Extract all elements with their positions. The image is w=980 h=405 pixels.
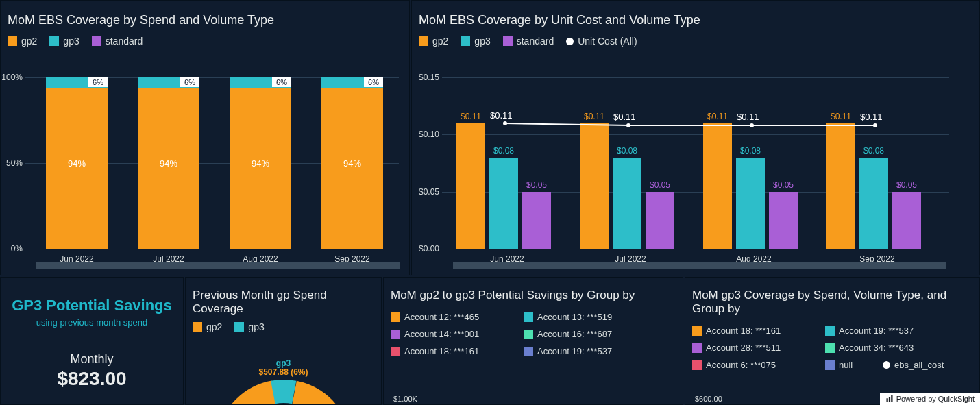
chart-title: Previous Month gp Spend Coverage — [186, 278, 381, 321]
y-axis: 100% 50% 0% — [1, 77, 25, 249]
horizontal-scrollbar[interactable] — [453, 262, 946, 269]
svg-rect-7 — [889, 397, 890, 402]
svg-rect-8 — [891, 395, 892, 402]
legend-item[interactable]: Account 12: ***465 — [391, 312, 507, 322]
line-label: $0.11 — [490, 110, 513, 121]
legend: gp2 gp3 — [186, 321, 381, 335]
legend: gp2 gp3 standard Unit Cost (All) — [412, 36, 979, 56]
legend-item-gp2[interactable]: gp2 — [193, 321, 222, 332]
svg-point-0 — [503, 121, 507, 125]
quicksight-icon — [885, 395, 894, 403]
legend-item-gp2[interactable]: gp2 — [8, 36, 37, 47]
kpi-subtitle: using previous month spend — [1, 317, 183, 328]
legend-item[interactable]: Account 13: ***519 — [524, 312, 640, 322]
line-label: $0.11 — [737, 112, 759, 122]
donut-slice-label-gp3: gp3 — [208, 358, 359, 368]
chart-title: MoM gp2 to gp3 Potential Savings by Grou… — [384, 278, 683, 308]
panel-spend-volume: MoM EBS Coverage by Spend and Volume Typ… — [0, 0, 410, 275]
panel-kpi-savings: GP3 Potential Savings using previous mon… — [0, 277, 184, 405]
panel-unit-cost: MoM EBS Coverage by Unit Cost and Volume… — [411, 0, 980, 275]
chart-title: MoM EBS Coverage by Spend and Volume Typ… — [1, 1, 409, 36]
legend-item[interactable]: Account 18: ***161 — [391, 346, 507, 356]
legend-item[interactable]: Account 19: ***537 — [524, 346, 640, 356]
chart-plot-area: 100% 50% 0% 94% 6% — [25, 77, 399, 269]
legend-item-unit-cost-all[interactable]: Unit Cost (All) — [566, 36, 637, 47]
legend-item[interactable]: Account 28: ***511 — [692, 343, 809, 353]
donut-slice-label-value: $507.88 (6%) — [208, 367, 359, 377]
legend-item-gp3[interactable]: gp3 — [234, 321, 264, 332]
kpi-monthly-label: Monthly — [1, 352, 183, 367]
legend: Account 18: ***161 Account 19: ***537 Ac… — [685, 321, 979, 373]
legend-item[interactable]: Account 14: ***001 — [391, 329, 507, 339]
donut-chart[interactable]: gp3 $507.88 (6%) — [208, 358, 359, 405]
legend-item[interactable]: Account 16: ***687 — [524, 329, 640, 339]
svg-point-3 — [873, 123, 877, 127]
chart-plot-area: $0.15 $0.10 $0.05 $0.00 $0.11 $0.08 — [442, 77, 949, 269]
line-label: $0.11 — [613, 112, 636, 122]
panel-donut: Previous Month gp Spend Coverage gp2 gp3… — [185, 277, 382, 405]
legend-item-gp3[interactable]: gp3 — [461, 36, 490, 47]
legend: Account 12: ***465 Account 13: ***519 Ac… — [384, 308, 683, 359]
legend-item[interactable]: Account 19: ***537 — [825, 326, 942, 336]
legend-item[interactable]: Account 18: ***161 — [692, 326, 809, 336]
dashboard: MoM EBS Coverage by Spend and Volume Typ… — [0, 0, 980, 405]
panel-potential-savings-group: MoM gp2 to gp3 Potential Savings by Grou… — [383, 277, 683, 405]
svg-rect-6 — [886, 398, 887, 402]
legend-item[interactable]: null — [825, 360, 866, 370]
y-tick: $1.00K — [393, 395, 417, 403]
legend-item[interactable]: Account 6: ***075 — [692, 360, 809, 370]
chart-title: MoM gp3 Coverage by Spend, Volume Type, … — [685, 278, 979, 321]
line-label: $0.11 — [860, 112, 883, 122]
kpi-monthly-value: $823.00 — [1, 368, 183, 390]
legend-item[interactable]: ebs_all_cost — [883, 360, 965, 370]
legend-item-standard[interactable]: standard — [92, 36, 143, 47]
legend-item-gp3[interactable]: gp3 — [49, 36, 79, 47]
y-axis: $0.15 $0.10 $0.05 $0.00 — [412, 77, 442, 249]
y-tick: $600.00 — [695, 395, 722, 403]
chart-title: MoM EBS Coverage by Unit Cost and Volume… — [412, 1, 979, 36]
legend-item[interactable]: Account 34: ***643 — [825, 343, 942, 353]
legend-item-standard[interactable]: standard — [503, 36, 554, 47]
kpi-title: GP3 Potential Savings — [1, 278, 183, 315]
horizontal-scrollbar[interactable] — [36, 262, 400, 269]
panel-gp3-coverage-group: MoM gp3 Coverage by Spend, Volume Type, … — [685, 277, 980, 405]
svg-point-2 — [750, 123, 754, 127]
legend: gp2 gp3 standard — [1, 36, 409, 56]
powered-by-quicksight-badge[interactable]: Powered by QuickSight — [880, 393, 980, 405]
legend-item-gp2[interactable]: gp2 — [419, 36, 448, 47]
svg-point-1 — [626, 123, 630, 127]
